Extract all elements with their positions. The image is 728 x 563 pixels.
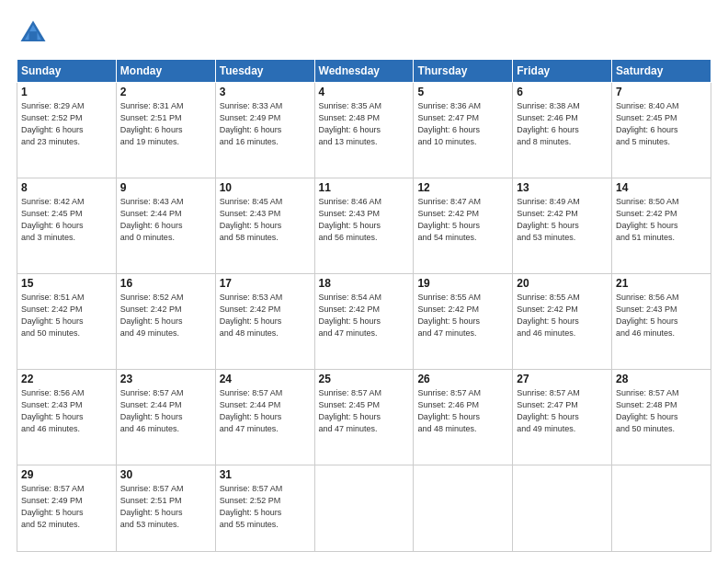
day-number: 17	[220, 277, 311, 290]
header	[17, 17, 711, 50]
calendar-cell: 26Sunrise: 8:57 AM Sunset: 2:46 PM Dayli…	[414, 369, 513, 465]
week-row-2: 8Sunrise: 8:42 AM Sunset: 2:45 PM Daylig…	[17, 178, 711, 273]
day-info: Sunrise: 8:35 AM Sunset: 2:48 PM Dayligh…	[319, 100, 410, 148]
day-number: 20	[517, 277, 608, 290]
day-number: 12	[417, 181, 508, 194]
day-number: 5	[417, 86, 508, 98]
week-row-5: 29Sunrise: 8:57 AM Sunset: 2:49 PM Dayli…	[17, 465, 711, 552]
day-number: 30	[120, 468, 211, 481]
calendar-cell: 5Sunrise: 8:36 AM Sunset: 2:47 PM Daylig…	[414, 83, 513, 178]
calendar-cell: 7Sunrise: 8:40 AM Sunset: 2:45 PM Daylig…	[612, 83, 711, 178]
week-row-3: 15Sunrise: 8:51 AM Sunset: 2:42 PM Dayli…	[17, 273, 711, 369]
day-info: Sunrise: 8:57 AM Sunset: 2:44 PM Dayligh…	[220, 387, 311, 435]
day-number: 2	[120, 86, 211, 98]
day-info: Sunrise: 8:47 AM Sunset: 2:42 PM Dayligh…	[417, 196, 508, 244]
day-info: Sunrise: 8:55 AM Sunset: 2:42 PM Dayligh…	[517, 292, 608, 339]
calendar-cell: 18Sunrise: 8:54 AM Sunset: 2:42 PM Dayli…	[314, 273, 414, 369]
day-info: Sunrise: 8:55 AM Sunset: 2:42 PM Dayligh…	[417, 292, 508, 339]
calendar-cell: 8Sunrise: 8:42 AM Sunset: 2:45 PM Daylig…	[17, 178, 117, 273]
calendar-cell: 28Sunrise: 8:57 AM Sunset: 2:48 PM Dayli…	[612, 369, 711, 465]
calendar-cell: 3Sunrise: 8:33 AM Sunset: 2:49 PM Daylig…	[215, 83, 314, 178]
weekday-header-thursday: Thursday	[414, 60, 513, 83]
day-info: Sunrise: 8:57 AM Sunset: 2:49 PM Dayligh…	[21, 483, 112, 531]
day-info: Sunrise: 8:57 AM Sunset: 2:46 PM Dayligh…	[417, 387, 508, 435]
calendar-cell: 6Sunrise: 8:38 AM Sunset: 2:46 PM Daylig…	[513, 83, 612, 178]
day-number: 31	[220, 468, 311, 481]
logo	[17, 17, 51, 50]
day-info: Sunrise: 8:57 AM Sunset: 2:48 PM Dayligh…	[616, 387, 707, 435]
calendar-cell: 25Sunrise: 8:57 AM Sunset: 2:45 PM Dayli…	[314, 369, 414, 465]
day-info: Sunrise: 8:38 AM Sunset: 2:46 PM Dayligh…	[517, 100, 608, 148]
day-number: 18	[319, 277, 410, 290]
day-info: Sunrise: 8:57 AM Sunset: 2:45 PM Dayligh…	[319, 387, 410, 435]
calendar-cell: 9Sunrise: 8:43 AM Sunset: 2:44 PM Daylig…	[116, 178, 215, 273]
week-row-4: 22Sunrise: 8:56 AM Sunset: 2:43 PM Dayli…	[17, 369, 711, 465]
calendar-table: SundayMondayTuesdayWednesdayThursdayFrid…	[17, 59, 711, 552]
day-info: Sunrise: 8:51 AM Sunset: 2:42 PM Dayligh…	[21, 292, 112, 339]
day-info: Sunrise: 8:57 AM Sunset: 2:47 PM Dayligh…	[517, 387, 608, 435]
calendar-cell: 13Sunrise: 8:49 AM Sunset: 2:42 PM Dayli…	[513, 178, 612, 273]
calendar-cell	[612, 465, 711, 552]
day-number: 22	[21, 373, 112, 385]
day-number: 25	[319, 373, 410, 385]
day-info: Sunrise: 8:31 AM Sunset: 2:51 PM Dayligh…	[120, 100, 211, 148]
calendar-cell: 4Sunrise: 8:35 AM Sunset: 2:48 PM Daylig…	[314, 83, 414, 178]
day-info: Sunrise: 8:56 AM Sunset: 2:43 PM Dayligh…	[616, 292, 707, 339]
calendar-cell: 17Sunrise: 8:53 AM Sunset: 2:42 PM Dayli…	[215, 273, 314, 369]
logo-icon	[17, 17, 50, 50]
day-number: 26	[417, 373, 508, 385]
calendar-cell: 20Sunrise: 8:55 AM Sunset: 2:42 PM Dayli…	[513, 273, 612, 369]
calendar-cell	[414, 465, 513, 552]
calendar-cell: 21Sunrise: 8:56 AM Sunset: 2:43 PM Dayli…	[612, 273, 711, 369]
calendar-cell: 1Sunrise: 8:29 AM Sunset: 2:52 PM Daylig…	[17, 83, 117, 178]
day-number: 10	[220, 181, 311, 194]
weekday-header-sunday: Sunday	[17, 60, 117, 83]
calendar-cell: 14Sunrise: 8:50 AM Sunset: 2:42 PM Dayli…	[612, 178, 711, 273]
calendar-cell: 12Sunrise: 8:47 AM Sunset: 2:42 PM Dayli…	[414, 178, 513, 273]
day-number: 7	[616, 86, 707, 98]
day-number: 8	[21, 181, 112, 194]
day-info: Sunrise: 8:53 AM Sunset: 2:42 PM Dayligh…	[220, 292, 311, 339]
calendar-cell: 2Sunrise: 8:31 AM Sunset: 2:51 PM Daylig…	[116, 83, 215, 178]
day-number: 4	[319, 86, 410, 98]
weekday-header-monday: Monday	[116, 60, 215, 83]
calendar-cell: 16Sunrise: 8:52 AM Sunset: 2:42 PM Dayli…	[116, 273, 215, 369]
day-info: Sunrise: 8:49 AM Sunset: 2:42 PM Dayligh…	[517, 196, 608, 244]
day-info: Sunrise: 8:43 AM Sunset: 2:44 PM Dayligh…	[120, 196, 211, 244]
weekday-header-tuesday: Tuesday	[215, 60, 314, 83]
day-number: 19	[417, 277, 508, 290]
page: SundayMondayTuesdayWednesdayThursdayFrid…	[0, 0, 728, 563]
calendar-cell: 23Sunrise: 8:57 AM Sunset: 2:44 PM Dayli…	[116, 369, 215, 465]
day-info: Sunrise: 8:56 AM Sunset: 2:43 PM Dayligh…	[21, 387, 112, 435]
day-number: 21	[616, 277, 707, 290]
calendar-cell: 27Sunrise: 8:57 AM Sunset: 2:47 PM Dayli…	[513, 369, 612, 465]
calendar-cell: 10Sunrise: 8:45 AM Sunset: 2:43 PM Dayli…	[215, 178, 314, 273]
day-info: Sunrise: 8:40 AM Sunset: 2:45 PM Dayligh…	[616, 100, 707, 148]
weekday-header-row: SundayMondayTuesdayWednesdayThursdayFrid…	[17, 60, 711, 83]
calendar-cell	[513, 465, 612, 552]
day-number: 13	[517, 181, 608, 194]
calendar-cell: 30Sunrise: 8:57 AM Sunset: 2:51 PM Dayli…	[116, 465, 215, 552]
day-number: 3	[220, 86, 311, 98]
day-info: Sunrise: 8:42 AM Sunset: 2:45 PM Dayligh…	[21, 196, 112, 244]
svg-rect-2	[29, 31, 38, 41]
day-info: Sunrise: 8:50 AM Sunset: 2:42 PM Dayligh…	[616, 196, 707, 244]
day-number: 16	[120, 277, 211, 290]
day-info: Sunrise: 8:46 AM Sunset: 2:43 PM Dayligh…	[319, 196, 410, 244]
day-info: Sunrise: 8:54 AM Sunset: 2:42 PM Dayligh…	[319, 292, 410, 339]
calendar-cell: 11Sunrise: 8:46 AM Sunset: 2:43 PM Dayli…	[314, 178, 414, 273]
day-number: 27	[517, 373, 608, 385]
week-row-1: 1Sunrise: 8:29 AM Sunset: 2:52 PM Daylig…	[17, 83, 711, 178]
day-number: 24	[220, 373, 311, 385]
calendar-cell: 24Sunrise: 8:57 AM Sunset: 2:44 PM Dayli…	[215, 369, 314, 465]
day-info: Sunrise: 8:52 AM Sunset: 2:42 PM Dayligh…	[120, 292, 211, 339]
day-info: Sunrise: 8:36 AM Sunset: 2:47 PM Dayligh…	[417, 100, 508, 148]
day-number: 23	[120, 373, 211, 385]
day-number: 1	[21, 86, 112, 98]
weekday-header-friday: Friday	[513, 60, 612, 83]
calendar-cell: 29Sunrise: 8:57 AM Sunset: 2:49 PM Dayli…	[17, 465, 117, 552]
day-info: Sunrise: 8:57 AM Sunset: 2:44 PM Dayligh…	[120, 387, 211, 435]
day-number: 9	[120, 181, 211, 194]
day-number: 6	[517, 86, 608, 98]
calendar-cell: 22Sunrise: 8:56 AM Sunset: 2:43 PM Dayli…	[17, 369, 117, 465]
